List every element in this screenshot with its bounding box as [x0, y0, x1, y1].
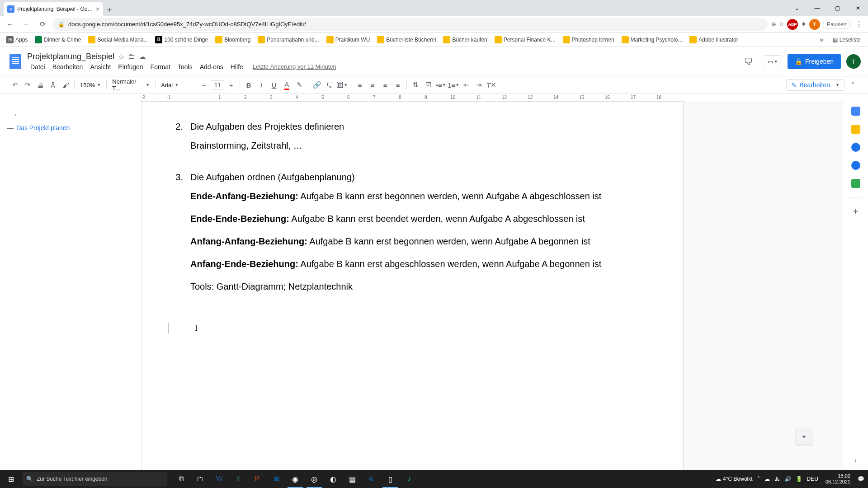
back-button[interactable]: ←	[4, 18, 16, 31]
bookmarks-overflow-icon[interactable]: »	[816, 36, 827, 44]
edge-icon[interactable]: e	[362, 470, 381, 488]
close-tab-icon[interactable]: ×	[96, 5, 99, 13]
italic-button[interactable]: I	[255, 79, 267, 91]
keep-icon[interactable]	[851, 125, 860, 134]
outline-close-button[interactable]: ←	[4, 108, 137, 122]
excel-icon[interactable]: X	[229, 470, 248, 488]
outline-item[interactable]: — Das Projekt planen	[4, 122, 137, 134]
bookmark-item[interactable]: Panoramabahn und...	[255, 34, 321, 45]
language-indicator[interactable]: DEU	[807, 476, 818, 482]
network-icon[interactable]: 🖧	[774, 476, 780, 482]
move-icon[interactable]: 🗀	[128, 52, 135, 61]
link-button[interactable]: 🔗	[311, 79, 323, 91]
font-decrease-button[interactable]: −	[198, 79, 210, 91]
zoom-select[interactable]: 150%▼	[77, 82, 104, 89]
powerpoint-icon[interactable]: P	[248, 470, 267, 488]
style-select[interactable]: Normaler T...▼	[109, 78, 152, 92]
indent-decrease-button[interactable]: ⇤	[460, 79, 472, 91]
explore-button[interactable]: ✦	[796, 428, 812, 445]
indent-increase-button[interactable]: ⇥	[473, 79, 485, 91]
profile-avatar[interactable]: T	[809, 19, 820, 30]
bookmark-item[interactable]: Adobe Illustrator	[687, 34, 741, 45]
menu-ansicht[interactable]: Ansicht	[87, 62, 114, 71]
bookmark-item[interactable]: Bloomberg	[212, 34, 253, 45]
paint-format-button[interactable]: 🖌	[60, 79, 71, 91]
app-icon[interactable]: ▤	[343, 470, 362, 488]
print-button[interactable]: 🖶	[34, 79, 46, 91]
adblock-icon[interactable]: ABP	[787, 19, 798, 30]
star-icon[interactable]: ☆	[118, 52, 124, 61]
taskbar-search[interactable]: 🔍 Zur Suche Text hier eingeben	[23, 472, 167, 486]
meet-button[interactable]: ▭▾	[763, 55, 782, 68]
volume-icon[interactable]: 🔊	[784, 476, 791, 482]
bookmark-item[interactable]: Marketing Psycholo...	[619, 34, 685, 45]
last-edit-link[interactable]: Letzte Änderung vor 11 Minuten	[253, 63, 336, 70]
bold-button[interactable]: B	[243, 79, 255, 91]
onedrive-icon[interactable]: ☁	[764, 476, 770, 482]
align-center-button[interactable]: ≡	[367, 79, 378, 91]
minimize-button[interactable]: —	[807, 0, 827, 16]
close-window-button[interactable]: ✕	[848, 0, 868, 16]
new-tab-button[interactable]: +	[103, 4, 116, 16]
calendar-icon[interactable]	[851, 107, 860, 116]
menu-einfuegen[interactable]: Einfügen	[115, 62, 146, 71]
editing-mode-select[interactable]: ✎Bearbeiten▼	[786, 79, 844, 91]
reading-list-button[interactable]: ▤Leseliste	[829, 37, 864, 43]
bookmark-item[interactable]: Bücher kaufen	[440, 34, 490, 45]
mail-icon[interactable]: ✉	[267, 470, 286, 488]
translate-icon[interactable]: ⊕	[771, 21, 776, 28]
document-title[interactable]: Projektplanung_Beispiel	[27, 52, 114, 61]
tray-chevron-icon[interactable]: ˄	[757, 476, 760, 482]
notepad-icon[interactable]: ▯	[381, 470, 400, 488]
app-icon[interactable]: ◐	[324, 470, 343, 488]
share-button[interactable]: 🔒Freigeben	[788, 54, 841, 69]
extensions-icon[interactable]: ✦	[801, 20, 807, 28]
checklist-button[interactable]: ☑	[422, 79, 434, 91]
clock[interactable]: 18:02 06.12.2021	[823, 473, 853, 485]
page[interactable]: 2. Die Aufgaben des Projektes definieren…	[141, 101, 684, 470]
cloud-status-icon[interactable]: ☁	[139, 52, 146, 61]
numbered-list-button[interactable]: 1≡▼	[448, 79, 459, 91]
bookmark-item[interactable]: Social Media Mana...	[85, 34, 151, 45]
align-left-button[interactable]: ≡	[354, 79, 366, 91]
obs-icon[interactable]: ◎	[305, 470, 324, 488]
font-select[interactable]: Arial▼	[158, 82, 192, 89]
browser-menu-icon[interactable]: ⋮	[854, 20, 864, 28]
align-right-button[interactable]: ≡	[379, 79, 391, 91]
battery-icon[interactable]: 🔋	[796, 476, 802, 482]
apps-shortcut[interactable]: ⊞Apps	[4, 34, 30, 45]
spellcheck-button[interactable]: Ā	[47, 79, 59, 91]
bookmark-item[interactable]: B100 schöne Dinge	[152, 34, 211, 45]
notifications-icon[interactable]: 💬	[858, 476, 864, 482]
tasks-icon[interactable]	[851, 143, 860, 152]
menu-hilfe[interactable]: Hilfe	[227, 62, 246, 71]
align-justify-button[interactable]: ≡	[392, 79, 404, 91]
font-increase-button[interactable]: +	[225, 79, 237, 91]
collapse-toolbar-button[interactable]: ˄	[847, 79, 859, 91]
contacts-icon[interactable]	[851, 161, 860, 170]
forward-button[interactable]: →	[20, 18, 33, 31]
menu-bearbeiten[interactable]: Bearbeiten	[49, 62, 86, 71]
address-bar[interactable]: 🔒 docs.google.com/document/d/1csG0dee95x…	[52, 18, 768, 31]
highlight-button[interactable]: ✎	[293, 79, 305, 91]
bookmark-star-icon[interactable]: ☆	[779, 21, 784, 28]
undo-button[interactable]: ↶	[9, 79, 21, 91]
bookmark-item[interactable]: Photoshop lernen	[560, 34, 617, 45]
image-button[interactable]: 🖼▼	[336, 79, 348, 91]
file-explorer-icon[interactable]: 🗀	[191, 470, 210, 488]
chrome-icon[interactable]: ◉	[286, 470, 305, 488]
maximize-button[interactable]: ▢	[827, 0, 848, 16]
word-icon[interactable]: W	[210, 470, 229, 488]
browser-tab[interactable]: ≡ Projektplanung_Beispiel - Googl ×	[4, 2, 103, 16]
bookmark-item[interactable]: Dinner & Crime	[32, 34, 84, 45]
weather-widget[interactable]: ☁4°C Bewölkt	[716, 476, 753, 482]
bullet-list-button[interactable]: •≡▼	[435, 79, 447, 91]
tab-search-icon[interactable]: ⌄	[787, 0, 807, 16]
addons-plus-icon[interactable]: +	[853, 206, 859, 217]
bookmark-item[interactable]: Praktikum WU	[324, 34, 373, 45]
menu-datei[interactable]: Datei	[27, 62, 48, 71]
text-color-button[interactable]: A	[281, 79, 292, 91]
ruler[interactable]: -2-1123456789101112131415161718	[0, 94, 868, 101]
comments-history-icon[interactable]: 🗨	[739, 52, 757, 70]
maps-icon[interactable]	[851, 179, 860, 188]
